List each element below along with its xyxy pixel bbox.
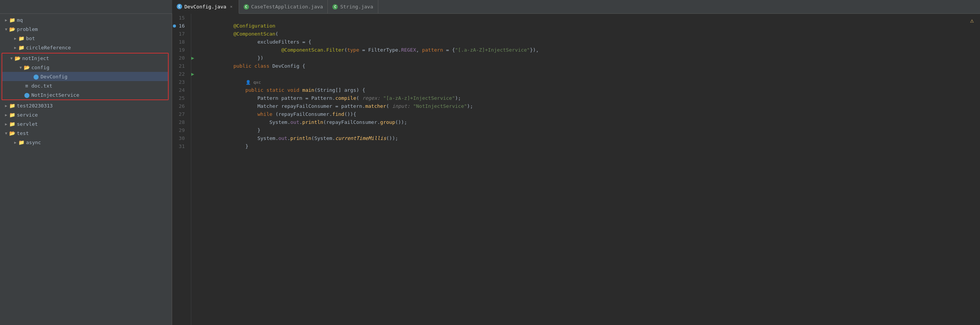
- tab-devconfig[interactable]: C DevConfig.java ×: [172, 0, 239, 14]
- line-num-21: 21: [172, 62, 188, 70]
- tab-string[interactable]: C String.java: [328, 0, 378, 14]
- txt-icon-doc: ≡: [24, 83, 30, 89]
- arrow-mq: ▶: [3, 17, 9, 23]
- code-line-22-code: public static void main(String[] args) {: [203, 78, 980, 86]
- folder-icon-config: 📂: [24, 64, 30, 70]
- main-layout: ▶ 📁 mq ▼ 📂 problem ▶ 📁 bot ▶ 📁 circleRef…: [0, 14, 980, 325]
- tab-bar: C DevConfig.java × C CaseTestApplication…: [0, 0, 980, 14]
- sidebar-item-problem[interactable]: ▼ 📂 problem: [0, 24, 172, 34]
- code-line-28: System.out.println(System.currentTimeMil…: [203, 126, 980, 134]
- sidebar-item-test[interactable]: ▼ 📂 test: [0, 128, 172, 138]
- line-num-22: 22: [172, 70, 188, 78]
- tab-label-casetestapp: CaseTestApplication.java: [251, 4, 323, 10]
- highlighted-group: ▼ 📂 notInject ▼ 📂 config ▶ ⬤ DevConfig ▶…: [2, 53, 169, 100]
- java-icon-DevConfig: ⬤: [33, 73, 39, 80]
- gutter-16: [191, 22, 199, 30]
- gutter-18: [191, 38, 199, 46]
- code-line-21: [203, 62, 980, 70]
- sidebar-item-test20230313[interactable]: ▶ 📁 test20230313: [0, 101, 172, 110]
- code-line-20: public class DevConfig {: [203, 54, 980, 62]
- warning-icon: ⚠: [970, 17, 974, 24]
- label-bot: bot: [26, 36, 35, 41]
- arrow-circleReference: ▶: [12, 44, 18, 50]
- folder-icon-mq: 📁: [9, 17, 15, 23]
- line-num-26: 26: [172, 102, 188, 110]
- sidebar-item-bot[interactable]: ▶ 📁 bot: [0, 34, 172, 43]
- sidebar-item-async[interactable]: ▶ 📁 async: [0, 138, 172, 147]
- line-num-28: 28: [172, 118, 188, 126]
- gutter-29: [191, 126, 199, 134]
- code-line-15: @Configuration: [203, 14, 980, 22]
- sidebar-item-config[interactable]: ▼ 📂 config: [2, 63, 168, 72]
- tab-icon-string: C: [332, 4, 338, 10]
- tab-label-devconfig: DevConfig.java: [184, 4, 226, 10]
- folder-icon-notInject: 📂: [15, 55, 21, 61]
- java-icon-NotInjectService: ⬤: [24, 92, 30, 98]
- tab-close-devconfig[interactable]: ×: [229, 4, 234, 9]
- arrow-notInject: ▼: [8, 55, 15, 61]
- gutter-20[interactable]: ▶: [191, 54, 199, 62]
- label-test20230313: test20230313: [17, 103, 53, 109]
- label-DevConfig: DevConfig: [41, 74, 67, 80]
- arrow-test20230313: ▶: [3, 102, 9, 109]
- folder-icon-test: 📂: [9, 130, 15, 136]
- bookmark-dot-16: [173, 24, 176, 28]
- line-num-16: 16: [172, 22, 188, 30]
- code-line-17: excludeFilters = {: [203, 30, 980, 38]
- arrow-config: ▼: [18, 64, 24, 70]
- gutter-21: [191, 62, 199, 70]
- label-config: config: [31, 65, 49, 70]
- arrow-async: ▶: [12, 139, 18, 145]
- label-problem: problem: [17, 26, 38, 32]
- gutter-23: [191, 78, 199, 86]
- arrow-service: ▶: [3, 112, 9, 118]
- folder-icon-circleReference: 📁: [18, 44, 24, 50]
- gutter-22[interactable]: ▶: [191, 70, 199, 78]
- gutter: ▶ ▶: [191, 14, 199, 325]
- tab-icon-casetestapp: C: [244, 4, 249, 10]
- code-line-31: [203, 150, 980, 158]
- sidebar-item-circleReference[interactable]: ▶ 📁 circleReference: [0, 43, 172, 52]
- sidebar-item-mq[interactable]: ▶ 📁 mq: [0, 15, 172, 24]
- gutter-17: [191, 30, 199, 38]
- code-lines[interactable]: @Configuration @ComponentScan( excludeFi…: [199, 14, 980, 325]
- line-num-19: 19: [172, 46, 188, 54]
- line-num-24: 24: [172, 86, 188, 94]
- gutter-31: [191, 142, 199, 150]
- arrow-test: ▼: [3, 130, 9, 136]
- line-num-31: 31: [172, 142, 188, 150]
- code-content: 15 16 17 18 19 20 21 22 23 24 25 26 27 2…: [172, 14, 980, 325]
- gutter-28: [191, 118, 199, 126]
- gutter-15: [191, 14, 199, 22]
- gutter-26: [191, 102, 199, 110]
- arrow-problem: ▼: [3, 26, 9, 32]
- label-notInject: notInject: [22, 55, 49, 61]
- tab-casetestapp[interactable]: C CaseTestApplication.java: [239, 0, 328, 14]
- label-mq: mq: [17, 17, 23, 23]
- sidebar-item-NotInjectService[interactable]: ▶ ⬤ NotInjectService: [2, 90, 168, 99]
- sidebar-item-servlet[interactable]: ▶ 📁 servlet: [0, 119, 172, 128]
- code-line-22: 👤 qxc: [203, 70, 980, 78]
- line-num-17: 17: [172, 30, 188, 38]
- sidebar-item-notInject[interactable]: ▼ 📂 notInject: [2, 54, 168, 63]
- arrow-servlet: ▶: [3, 121, 9, 127]
- code-editor[interactable]: ⚠ 15 16 17 18 19 20 21 22 23 24 25 26 27: [172, 14, 980, 325]
- line-numbers: 15 16 17 18 19 20 21 22 23 24 25 26 27 2…: [172, 14, 191, 325]
- folder-icon-problem: 📂: [9, 26, 15, 32]
- gutter-30: [191, 134, 199, 142]
- sidebar-item-doc-txt[interactable]: ▶ ≡ doc.txt: [2, 81, 168, 90]
- folder-icon-service: 📁: [9, 112, 15, 118]
- line-num-15: 15: [172, 14, 188, 22]
- gutter-27: [191, 110, 199, 118]
- label-doc-txt: doc.txt: [31, 83, 52, 89]
- sidebar[interactable]: ▶ 📁 mq ▼ 📂 problem ▶ 📁 bot ▶ 📁 circleRef…: [0, 14, 172, 325]
- code-line-30: [203, 142, 980, 150]
- sidebar-item-DevConfig[interactable]: ▶ ⬤ DevConfig: [2, 72, 168, 81]
- folder-icon-test20230313: 📁: [9, 102, 15, 109]
- label-service: service: [17, 112, 38, 118]
- label-servlet: servlet: [17, 121, 38, 127]
- folder-icon-bot: 📁: [18, 35, 24, 41]
- line-num-29: 29: [172, 126, 188, 134]
- sidebar-item-service[interactable]: ▶ 📁 service: [0, 110, 172, 119]
- folder-icon-async: 📁: [18, 139, 24, 145]
